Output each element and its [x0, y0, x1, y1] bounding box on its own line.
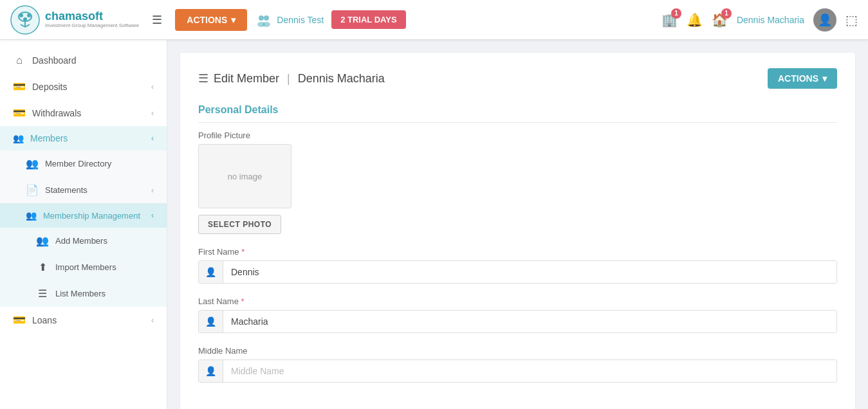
last-name-input-wrapper: 👤: [198, 310, 837, 333]
trial-badge[interactable]: 2 TRIAL DAYS: [331, 10, 405, 29]
membership-submenu: 👥 Add Members ⬆ Import Members ☰ List Me…: [0, 228, 167, 307]
first-name-group: First Name * 👤: [198, 247, 837, 284]
member-directory-icon: 👥: [26, 158, 39, 170]
middle-name-group: Middle Name 👤: [198, 346, 837, 383]
avatar[interactable]: 👤: [813, 8, 836, 32]
last-name-input[interactable]: [223, 311, 836, 332]
sidebar-label-members: Members: [30, 133, 68, 143]
loans-icon: 💳: [13, 314, 26, 326]
last-name-group: Last Name * 👤: [198, 296, 837, 333]
sidebar-label-member-directory: Member Directory: [45, 159, 111, 168]
group-icon: [255, 11, 273, 29]
svg-point-11: [263, 22, 270, 27]
svg-point-2: [19, 14, 23, 17]
sidebar: ⌂ Dashboard 💳 Deposits ‹ 💳 Withdrawals ‹…: [0, 40, 167, 409]
members-chevron: ‹: [151, 134, 154, 143]
middle-name-prefix-icon: 👤: [199, 360, 223, 382]
card-title: ☰ Edit Member | Dennis Macharia: [198, 71, 385, 86]
logout-icon[interactable]: ⬚: [845, 12, 858, 28]
sidebar-item-member-directory[interactable]: 👥 Member Directory: [0, 150, 167, 177]
sidebar-item-deposits[interactable]: 💳 Deposits ‹: [0, 73, 167, 100]
deposits-icon: 💳: [13, 80, 26, 93]
withdrawals-chevron: ‹: [151, 109, 154, 118]
profile-picture-label: Profile Picture: [198, 131, 837, 140]
sidebar-label-statements: Statements: [45, 185, 88, 195]
header: chamasoft Investment Group Management So…: [0, 0, 868, 40]
bell-icon: 🔔: [687, 13, 703, 27]
middle-name-input-wrapper: 👤: [198, 359, 837, 383]
select-photo-button[interactable]: SELECT PHOTO: [198, 215, 281, 234]
svg-point-4: [23, 17, 27, 21]
content-area: ☰ Edit Member | Dennis Macharia ACTIONS …: [167, 40, 868, 409]
svg-point-8: [259, 15, 264, 21]
first-name-input-wrapper: 👤: [198, 260, 837, 284]
hamburger-button[interactable]: ☰: [147, 10, 167, 30]
header-actions-button[interactable]: ACTIONS ▾: [175, 9, 247, 31]
svg-point-3: [27, 14, 31, 17]
sidebar-item-import-members[interactable]: ⬆ Import Members: [0, 254, 167, 280]
no-image-text: no image: [228, 172, 262, 181]
withdrawals-icon: 💳: [13, 107, 26, 119]
membership-management-icon: 👥: [26, 210, 37, 221]
bell-notification[interactable]: 🔔: [687, 12, 703, 28]
first-name-input[interactable]: [223, 261, 836, 283]
separator: |: [287, 72, 290, 86]
list-icon: ☰: [198, 71, 208, 86]
list-members-icon: ☰: [36, 287, 49, 300]
last-name-required: *: [241, 296, 245, 306]
add-members-icon: 👥: [36, 235, 49, 247]
card-actions-button[interactable]: ACTIONS ▾: [768, 68, 837, 89]
last-name-prefix-icon: 👤: [199, 311, 223, 332]
building-notification[interactable]: 🏢 1: [661, 12, 678, 28]
sidebar-item-list-members[interactable]: ☰ List Members: [0, 280, 167, 307]
logo-area: chamasoft Investment Group Management So…: [10, 5, 139, 35]
sidebar-item-loans[interactable]: 💳 Loans ‹: [0, 307, 167, 333]
main-layout: ⌂ Dashboard 💳 Deposits ‹ 💳 Withdrawals ‹…: [0, 40, 868, 409]
group-name: Dennis Test: [277, 15, 324, 25]
group-selector[interactable]: Dennis Test: [255, 11, 324, 29]
breadcrumb-label: Edit Member: [214, 72, 279, 86]
membership-management-chevron: ‹: [151, 211, 154, 220]
sidebar-label-loans: Loans: [32, 315, 57, 325]
last-name-label: Last Name *: [198, 296, 837, 306]
sidebar-item-dashboard[interactable]: ⌂ Dashboard: [0, 48, 167, 73]
first-name-required: *: [241, 247, 245, 257]
middle-name-input[interactable]: [223, 360, 836, 382]
svg-point-9: [264, 15, 269, 21]
section-title: Personal Details: [198, 104, 837, 123]
dashboard-icon: ⌂: [13, 55, 26, 66]
deposits-chevron: ‹: [151, 82, 154, 91]
logo-main-text: chamasoft: [45, 10, 139, 23]
sidebar-label-deposits: Deposits: [32, 82, 67, 92]
logo-sub-text: Investment Group Management Software: [45, 23, 139, 29]
members-submenu: 👥 Member Directory 📄 Statements ‹ 👥 Memb…: [0, 150, 167, 307]
header-user-name[interactable]: Dennis Macharia: [737, 15, 804, 25]
sidebar-label-dashboard: Dashboard: [32, 55, 77, 66]
sidebar-item-withdrawals[interactable]: 💳 Withdrawals ‹: [0, 100, 167, 126]
header-right: 🏢 1 🔔 🏠 1 Dennis Macharia 👤 ⬚: [661, 8, 858, 32]
card-header: ☰ Edit Member | Dennis Macharia ACTIONS …: [198, 68, 837, 89]
import-members-icon: ⬆: [36, 261, 49, 273]
statements-chevron: ‹: [151, 186, 154, 195]
first-name-label: First Name *: [198, 247, 837, 257]
sidebar-item-membership-management[interactable]: 👥 Membership Management ‹: [0, 203, 167, 228]
sidebar-label-list-members: List Members: [55, 289, 106, 298]
sidebar-label-withdrawals: Withdrawals: [32, 108, 81, 118]
building-badge: 1: [671, 8, 681, 19]
first-name-prefix-icon: 👤: [199, 261, 223, 283]
sidebar-item-add-members[interactable]: 👥 Add Members: [0, 228, 167, 254]
middle-name-label: Middle Name: [198, 346, 837, 356]
sidebar-label-membership-management: Membership Management: [43, 211, 140, 221]
sidebar-label-add-members: Add Members: [55, 236, 107, 246]
members-icon: 👥: [13, 133, 24, 143]
sidebar-label-import-members: Import Members: [55, 262, 116, 272]
sidebar-item-statements[interactable]: 📄 Statements ‹: [0, 177, 167, 203]
profile-picture-box: no image: [198, 144, 291, 208]
sidebar-item-members[interactable]: 👥 Members ‹: [0, 126, 167, 150]
loans-chevron: ‹: [151, 316, 154, 325]
logo-text: chamasoft Investment Group Management So…: [45, 10, 139, 29]
member-name-title: Dennis Macharia: [298, 72, 385, 86]
content-card: ☰ Edit Member | Dennis Macharia ACTIONS …: [180, 53, 855, 409]
house-notification[interactable]: 🏠 1: [712, 12, 728, 28]
logo-icon: [10, 5, 40, 35]
